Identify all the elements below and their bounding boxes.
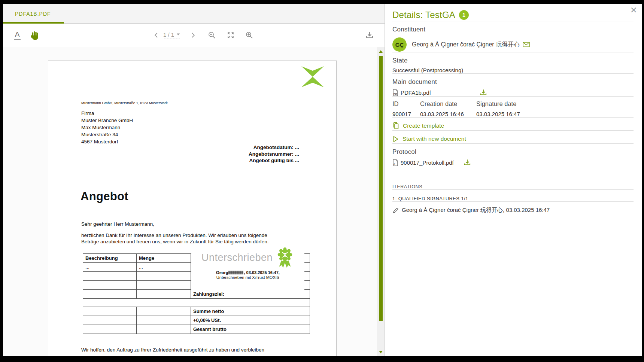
- main-document-filename: PDFA1b.pdf: [401, 89, 431, 96]
- scroll-down-icon[interactable]: [379, 351, 383, 353]
- recipient-line: Max Mustermann: [81, 124, 133, 131]
- main-document-row: PDF PDFA1b.pdf: [392, 89, 634, 96]
- pen-icon: [392, 207, 399, 214]
- pdf-file-icon: PDF: [392, 89, 398, 96]
- vertical-scrollbar[interactable]: [377, 47, 385, 356]
- letter-closing-line: Wir hoffen, den Auftrag zu Ihrer Zufried…: [81, 347, 264, 353]
- body-line: herzlichen Dank für Ihr Interesse an uns…: [81, 232, 269, 239]
- document-meta-grid: ID Creation date Signature date 900017 0…: [392, 100, 634, 117]
- start-with-new-document-label: Start with new document: [402, 136, 466, 142]
- avatar: GÇ: [392, 37, 407, 52]
- table-row: Summe netto: [83, 307, 310, 316]
- table-cell: ...: [137, 263, 191, 272]
- state-heading: State: [392, 57, 634, 64]
- text-select-tool-button[interactable]: A: [13, 30, 22, 40]
- id-header: ID: [392, 100, 420, 107]
- pdf-viewer: PDFA1B.PDF A: [3, 4, 385, 356]
- svg-text:A: A: [394, 163, 395, 165]
- close-icon[interactable]: ✕: [629, 4, 639, 16]
- letter-recipient-block: Firma Muster Branche GmbH Max Mustermann…: [81, 110, 133, 145]
- table-cell: Summe netto: [191, 307, 242, 316]
- constituent-row: GÇ Georg á À Çigner čorać Çigner 玩得开心: [392, 37, 634, 52]
- letter-salutation: Sehr geehrter Herr Mustermann,: [81, 221, 154, 227]
- svg-text:PDF: PDF: [394, 93, 397, 95]
- table-cell: ...: [83, 263, 137, 272]
- panel-title: Details: TestGA: [392, 10, 455, 20]
- envelope-icon[interactable]: [523, 42, 530, 47]
- create-template-button[interactable]: Create template: [392, 121, 634, 130]
- stamp-signature-time: , 03.03.2025 16:47,: [244, 270, 279, 275]
- table-cell: Zahlungsziel:: [191, 290, 242, 299]
- protocol-filename: 900017_Protokoll.pdf: [401, 159, 454, 166]
- page-indicator-dropdown[interactable]: 1 / 1: [163, 31, 180, 39]
- zoom-out-icon: [208, 31, 216, 39]
- chevron-left-icon: [154, 32, 158, 38]
- table-cell: Gesamt brutto: [191, 325, 242, 334]
- pdf-file-icon: A: [392, 159, 398, 166]
- offer-date-line: Angebotsdatum: ...: [249, 144, 299, 151]
- stamp-signer-name: Georg: [216, 270, 228, 275]
- fullscreen-button[interactable]: [227, 31, 234, 39]
- table-row: +0,00% USt.: [83, 316, 310, 325]
- pan-tool-button[interactable]: [30, 31, 40, 40]
- pdf-content-area: Mustermann GmbH, Musterstraße 1, 0123 Mu…: [3, 47, 385, 356]
- offer-number-line: Angebotsnummer: ...: [249, 151, 299, 158]
- iterations-label: ITERATIONS: [392, 184, 634, 189]
- fullscreen-icon: [227, 31, 234, 39]
- chevron-right-icon: [191, 32, 195, 38]
- table-row: Gesamt brutto: [83, 325, 310, 334]
- offer-meta-block: Angebotsdatum: ... Angebotsnummer: ... A…: [249, 144, 299, 164]
- letter-heading: Angebot: [80, 190, 128, 203]
- recipient-line: Muster Branche GmbH: [81, 117, 133, 124]
- xitrust-logo-icon: [301, 66, 324, 87]
- document-tab-bar: PDFA1B.PDF: [3, 4, 385, 24]
- offer-valid-line: Angebot gültig bis ...: [249, 157, 299, 164]
- app-window: PDFA1B.PDF A: [3, 4, 642, 356]
- download-icon[interactable]: [480, 89, 487, 96]
- recipient-line: Firma: [81, 110, 133, 117]
- download-document-button[interactable]: [365, 31, 374, 39]
- tab-pdfa1b[interactable]: PDFA1B.PDF: [3, 4, 51, 23]
- scrollbar-thumb[interactable]: [379, 56, 383, 321]
- font-underline-icon: [14, 39, 21, 40]
- zoom-out-button[interactable]: [208, 31, 216, 39]
- state-value: Successful (Postprocessing): [392, 67, 634, 73]
- download-icon: [365, 31, 374, 39]
- scroll-up-icon[interactable]: [379, 50, 383, 53]
- rosette-seal-icon: [276, 247, 294, 268]
- constituent-name: Georg á À Çigner čorać Çigner 玩得开心: [412, 41, 520, 49]
- count-badge: 1: [459, 10, 469, 20]
- viewer-toolbar: A: [3, 24, 385, 47]
- letter-body: herzlichen Dank für Ihr Interesse an uns…: [81, 232, 269, 245]
- table-row: Zahlungsziel:: [83, 290, 310, 299]
- constituent-heading: Constituent: [392, 26, 634, 33]
- copy-template-icon: [392, 122, 399, 130]
- protocol-row: A 900017_Protokoll.pdf: [392, 159, 634, 166]
- pdf-page: Mustermann GmbH, Musterstraße 1, 0123 Mu…: [48, 61, 337, 356]
- iteration-title: 1: QUALIFIED SIGNATURES 1/1: [392, 196, 634, 201]
- recipient-line: Musterstraße 34: [81, 131, 133, 138]
- play-icon: [392, 136, 399, 143]
- table-row: [83, 299, 310, 307]
- signature-entry-text: Georg á À Çigner čorać Çigner 玩得开心, 03.0…: [402, 207, 550, 214]
- next-page-button[interactable]: [191, 32, 195, 38]
- signature-stamp: Unterschrieben: [191, 246, 304, 290]
- start-with-new-document-button[interactable]: Start with new document: [392, 134, 634, 143]
- stamp-signer-line: Georg, 03.03.2025 16:47,: [191, 270, 304, 275]
- letter-sender-line: Mustermann GmbH, Musterstraße 1, 0123 Mu…: [81, 101, 168, 105]
- details-panel: ✕ Details: TestGA 1 Constituent GÇ Georg…: [385, 4, 642, 356]
- signature-date-value: 03.03.2025 16:47: [476, 111, 634, 117]
- redacted-name: [228, 271, 243, 274]
- stamp-word: Unterschrieben: [201, 252, 273, 264]
- signature-entry-row: Georg á À Çigner čorać Çigner 玩得开心, 03.0…: [392, 207, 634, 214]
- zoom-in-button[interactable]: [246, 31, 253, 39]
- zoom-in-icon: [246, 31, 253, 39]
- main-document-heading: Main document: [392, 78, 634, 86]
- download-icon[interactable]: [464, 159, 471, 166]
- table-header-cell: Beschreibung: [83, 254, 137, 263]
- creation-date-value: 03.03.2025 16:46: [420, 111, 476, 117]
- page-indicator-label: 1 / 1: [163, 31, 174, 38]
- recipient-line: 4567 Musterdorf: [81, 138, 133, 145]
- previous-page-button[interactable]: [154, 32, 158, 38]
- body-line: Beträge anzubieten und freuen uns, wenn …: [81, 239, 269, 245]
